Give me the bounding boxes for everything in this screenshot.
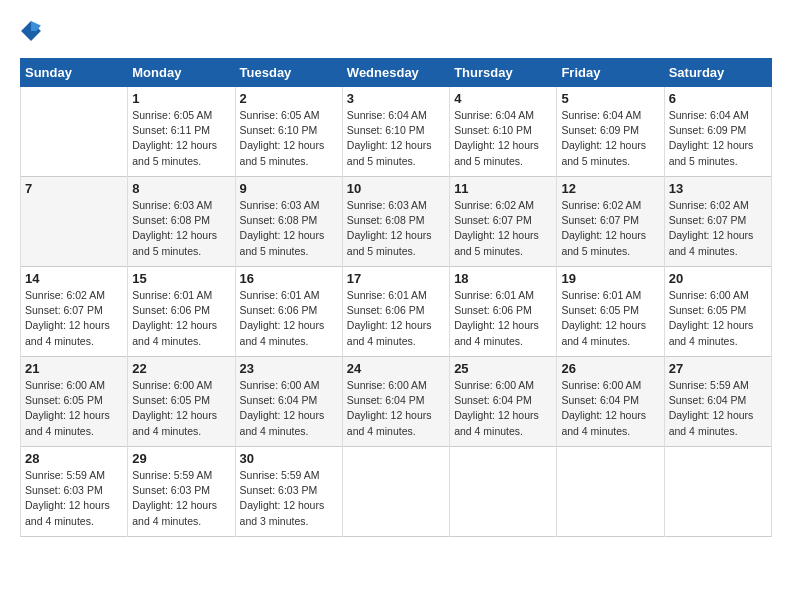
calendar-week-row: 14Sunrise: 6:02 AM Sunset: 6:07 PM Dayli… [21,267,772,357]
calendar-cell: 5Sunrise: 6:04 AM Sunset: 6:09 PM Daylig… [557,87,664,177]
calendar-cell: 19Sunrise: 6:01 AM Sunset: 6:05 PM Dayli… [557,267,664,357]
day-number: 1 [132,91,230,106]
logo [20,20,46,42]
calendar-cell: 30Sunrise: 5:59 AM Sunset: 6:03 PM Dayli… [235,447,342,537]
day-number: 18 [454,271,552,286]
calendar-week-row: 78Sunrise: 6:03 AM Sunset: 6:08 PM Dayli… [21,177,772,267]
calendar-cell: 26Sunrise: 6:00 AM Sunset: 6:04 PM Dayli… [557,357,664,447]
calendar-cell: 17Sunrise: 6:01 AM Sunset: 6:06 PM Dayli… [342,267,449,357]
day-info: Sunrise: 6:05 AM Sunset: 6:10 PM Dayligh… [240,108,338,169]
day-number: 8 [132,181,230,196]
calendar-cell: 4Sunrise: 6:04 AM Sunset: 6:10 PM Daylig… [450,87,557,177]
day-number: 22 [132,361,230,376]
calendar-cell: 6Sunrise: 6:04 AM Sunset: 6:09 PM Daylig… [664,87,771,177]
calendar-cell: 24Sunrise: 6:00 AM Sunset: 6:04 PM Dayli… [342,357,449,447]
day-number: 19 [561,271,659,286]
calendar-cell: 21Sunrise: 6:00 AM Sunset: 6:05 PM Dayli… [21,357,128,447]
day-number: 17 [347,271,445,286]
logo-icon [20,20,42,42]
day-number: 10 [347,181,445,196]
calendar-cell: 16Sunrise: 6:01 AM Sunset: 6:06 PM Dayli… [235,267,342,357]
calendar-cell: 1Sunrise: 6:05 AM Sunset: 6:11 PM Daylig… [128,87,235,177]
day-info: Sunrise: 6:00 AM Sunset: 6:05 PM Dayligh… [25,378,123,439]
calendar-cell: 23Sunrise: 6:00 AM Sunset: 6:04 PM Dayli… [235,357,342,447]
day-info: Sunrise: 5:59 AM Sunset: 6:04 PM Dayligh… [669,378,767,439]
day-number: 30 [240,451,338,466]
calendar-cell: 11Sunrise: 6:02 AM Sunset: 6:07 PM Dayli… [450,177,557,267]
calendar-cell: 3Sunrise: 6:04 AM Sunset: 6:10 PM Daylig… [342,87,449,177]
calendar-cell: 2Sunrise: 6:05 AM Sunset: 6:10 PM Daylig… [235,87,342,177]
calendar-cell: 7 [21,177,128,267]
day-info: Sunrise: 6:02 AM Sunset: 6:07 PM Dayligh… [561,198,659,259]
day-info: Sunrise: 6:00 AM Sunset: 6:04 PM Dayligh… [454,378,552,439]
day-number: 7 [25,181,123,196]
day-number: 13 [669,181,767,196]
day-number: 21 [25,361,123,376]
calendar-cell: 8Sunrise: 6:03 AM Sunset: 6:08 PM Daylig… [128,177,235,267]
day-info: Sunrise: 5:59 AM Sunset: 6:03 PM Dayligh… [25,468,123,529]
calendar-table: SundayMondayTuesdayWednesdayThursdayFrid… [20,58,772,537]
day-number: 4 [454,91,552,106]
header-sunday: Sunday [21,59,128,87]
day-info: Sunrise: 6:02 AM Sunset: 6:07 PM Dayligh… [454,198,552,259]
calendar-cell: 9Sunrise: 6:03 AM Sunset: 6:08 PM Daylig… [235,177,342,267]
day-number: 26 [561,361,659,376]
calendar-cell: 28Sunrise: 5:59 AM Sunset: 6:03 PM Dayli… [21,447,128,537]
day-info: Sunrise: 6:04 AM Sunset: 6:10 PM Dayligh… [347,108,445,169]
day-number: 3 [347,91,445,106]
day-info: Sunrise: 6:01 AM Sunset: 6:05 PM Dayligh… [561,288,659,349]
day-number: 16 [240,271,338,286]
day-number: 20 [669,271,767,286]
day-info: Sunrise: 6:00 AM Sunset: 6:04 PM Dayligh… [561,378,659,439]
calendar-week-row: 1Sunrise: 6:05 AM Sunset: 6:11 PM Daylig… [21,87,772,177]
calendar-cell: 29Sunrise: 5:59 AM Sunset: 6:03 PM Dayli… [128,447,235,537]
day-info: Sunrise: 5:59 AM Sunset: 6:03 PM Dayligh… [132,468,230,529]
calendar-cell [450,447,557,537]
day-number: 15 [132,271,230,286]
header-monday: Monday [128,59,235,87]
calendar-week-row: 28Sunrise: 5:59 AM Sunset: 6:03 PM Dayli… [21,447,772,537]
day-number: 27 [669,361,767,376]
day-info: Sunrise: 6:01 AM Sunset: 6:06 PM Dayligh… [240,288,338,349]
day-number: 23 [240,361,338,376]
day-info: Sunrise: 6:00 AM Sunset: 6:04 PM Dayligh… [347,378,445,439]
calendar-cell: 10Sunrise: 6:03 AM Sunset: 6:08 PM Dayli… [342,177,449,267]
calendar-cell: 14Sunrise: 6:02 AM Sunset: 6:07 PM Dayli… [21,267,128,357]
calendar-cell: 13Sunrise: 6:02 AM Sunset: 6:07 PM Dayli… [664,177,771,267]
header-friday: Friday [557,59,664,87]
day-number: 28 [25,451,123,466]
day-number: 2 [240,91,338,106]
day-number: 11 [454,181,552,196]
calendar-cell: 27Sunrise: 5:59 AM Sunset: 6:04 PM Dayli… [664,357,771,447]
day-info: Sunrise: 6:01 AM Sunset: 6:06 PM Dayligh… [347,288,445,349]
calendar-week-row: 21Sunrise: 6:00 AM Sunset: 6:05 PM Dayli… [21,357,772,447]
day-number: 29 [132,451,230,466]
day-number: 6 [669,91,767,106]
header-thursday: Thursday [450,59,557,87]
day-info: Sunrise: 6:04 AM Sunset: 6:10 PM Dayligh… [454,108,552,169]
day-number: 9 [240,181,338,196]
day-info: Sunrise: 6:00 AM Sunset: 6:05 PM Dayligh… [669,288,767,349]
day-info: Sunrise: 6:04 AM Sunset: 6:09 PM Dayligh… [561,108,659,169]
day-info: Sunrise: 6:03 AM Sunset: 6:08 PM Dayligh… [347,198,445,259]
day-number: 24 [347,361,445,376]
day-info: Sunrise: 5:59 AM Sunset: 6:03 PM Dayligh… [240,468,338,529]
calendar-cell: 20Sunrise: 6:00 AM Sunset: 6:05 PM Dayli… [664,267,771,357]
day-info: Sunrise: 6:03 AM Sunset: 6:08 PM Dayligh… [132,198,230,259]
day-info: Sunrise: 6:00 AM Sunset: 6:05 PM Dayligh… [132,378,230,439]
day-info: Sunrise: 6:05 AM Sunset: 6:11 PM Dayligh… [132,108,230,169]
calendar-cell: 25Sunrise: 6:00 AM Sunset: 6:04 PM Dayli… [450,357,557,447]
day-info: Sunrise: 6:01 AM Sunset: 6:06 PM Dayligh… [454,288,552,349]
calendar-cell [664,447,771,537]
calendar-cell [21,87,128,177]
calendar-cell [342,447,449,537]
calendar-cell: 18Sunrise: 6:01 AM Sunset: 6:06 PM Dayli… [450,267,557,357]
header-tuesday: Tuesday [235,59,342,87]
calendar-cell: 12Sunrise: 6:02 AM Sunset: 6:07 PM Dayli… [557,177,664,267]
calendar-cell: 15Sunrise: 6:01 AM Sunset: 6:06 PM Dayli… [128,267,235,357]
day-info: Sunrise: 6:03 AM Sunset: 6:08 PM Dayligh… [240,198,338,259]
day-info: Sunrise: 6:01 AM Sunset: 6:06 PM Dayligh… [132,288,230,349]
day-number: 12 [561,181,659,196]
day-number: 25 [454,361,552,376]
day-info: Sunrise: 6:02 AM Sunset: 6:07 PM Dayligh… [25,288,123,349]
